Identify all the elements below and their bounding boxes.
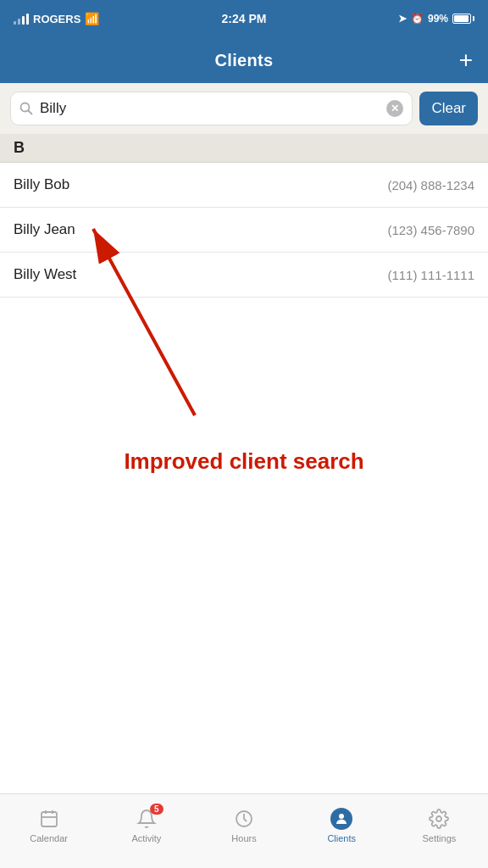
tab-clients-label: Clients: [327, 833, 356, 843]
tab-settings[interactable]: Settings: [391, 807, 488, 843]
tab-bar: Calendar 5 Activity Hours: [0, 793, 488, 868]
tab-settings-label: Settings: [423, 833, 457, 843]
client-name: Billy Jean: [14, 221, 75, 238]
wifi-icon: 📶: [85, 12, 99, 25]
clear-button[interactable]: Clear: [419, 92, 478, 125]
add-client-button[interactable]: +: [459, 48, 473, 72]
search-input[interactable]: [40, 100, 380, 117]
calendar-icon: [37, 807, 61, 831]
client-list: Billy Bob (204) 888-1234 Billy Jean (123…: [0, 163, 488, 298]
carrier-label: ROGERS: [33, 13, 80, 25]
svg-line-1: [29, 111, 32, 114]
search-bar-container: ✕ Clear: [0, 83, 488, 134]
client-name: Billy Bob: [14, 176, 69, 193]
status-bar: ROGERS 📶 2:24 PM ➤ ⏰ 99%: [0, 0, 488, 37]
tab-calendar-label: Calendar: [30, 833, 68, 843]
tab-activity-label: Activity: [131, 833, 161, 843]
tab-activity[interactable]: 5 Activity: [97, 807, 195, 843]
client-phone: (204) 888-1234: [387, 178, 474, 192]
hours-icon: [232, 807, 256, 831]
tab-calendar[interactable]: Calendar: [0, 807, 97, 843]
battery-icon: [452, 14, 474, 24]
tab-hours[interactable]: Hours: [195, 807, 292, 843]
activity-badge: 5: [150, 804, 164, 815]
activity-icon: 5: [135, 807, 158, 831]
status-left: ROGERS 📶: [14, 12, 99, 25]
svg-rect-4: [42, 812, 57, 826]
clear-x-icon: ✕: [391, 103, 399, 114]
signal-icon: [14, 13, 29, 25]
search-icon: [19, 102, 33, 115]
location-icon: ➤: [398, 13, 407, 25]
search-input-wrapper: ✕: [10, 92, 413, 125]
clients-icon: [330, 807, 353, 831]
section-letter: B: [14, 139, 25, 156]
page-title: Clients: [215, 51, 274, 70]
tab-hours-label: Hours: [231, 833, 256, 843]
client-row[interactable]: Billy Bob (204) 888-1234: [0, 163, 488, 208]
client-phone: (111) 111-1111: [387, 268, 474, 282]
status-right: ➤ ⏰ 99%: [398, 13, 474, 25]
alarm-icon: ⏰: [411, 13, 424, 25]
client-name: Billy West: [14, 266, 76, 283]
section-header-b: B: [0, 134, 488, 163]
svg-point-10: [436, 816, 441, 821]
client-row[interactable]: Billy West (111) 111-1111: [0, 253, 488, 298]
client-phone: (123) 456-7890: [387, 223, 474, 237]
svg-point-9: [339, 814, 344, 819]
nav-bar: Clients +: [0, 37, 488, 83]
status-time: 2:24 PM: [222, 12, 267, 25]
client-row[interactable]: Billy Jean (123) 456-7890: [0, 208, 488, 253]
clear-x-button[interactable]: ✕: [386, 100, 403, 117]
annotation-text: Improved client search: [124, 448, 363, 475]
settings-icon: [427, 807, 451, 831]
tab-clients[interactable]: Clients: [293, 807, 391, 843]
battery-percent: 99%: [428, 13, 448, 25]
